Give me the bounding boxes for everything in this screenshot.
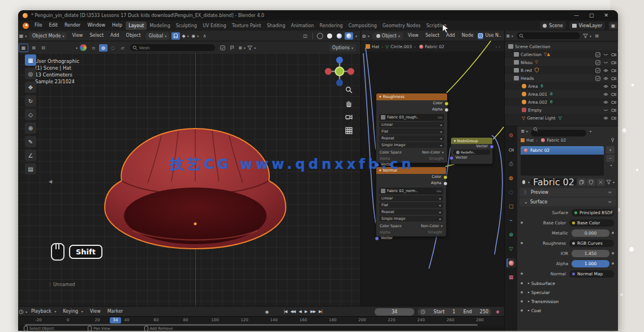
timeline-type-icon[interactable]: ▾ xyxy=(19,308,27,316)
close-button[interactable]: ✕ xyxy=(599,12,613,18)
outliner-row-area-002[interactable]: Area.002 8 xyxy=(505,98,618,106)
copy-material-icon[interactable] xyxy=(577,178,586,186)
slot-flag-icon[interactable] xyxy=(228,44,237,52)
metallic-slider[interactable]: 0.000 xyxy=(572,229,609,237)
viewport-menu-select[interactable]: Select xyxy=(86,31,107,41)
timeline-menu-marker[interactable]: Marker xyxy=(104,307,127,317)
surface-panel-header[interactable]: ⌄Surface ≡ xyxy=(520,198,616,206)
render-camera-icon[interactable] xyxy=(611,68,616,73)
shading-rendered-icon[interactable] xyxy=(345,32,353,40)
timeline-menu-keying[interactable]: Keying ▾ xyxy=(59,307,86,317)
breadcrumb-material[interactable]: Fabric 02 xyxy=(547,138,566,143)
outliner-row-bred[interactable]: B.red xyxy=(505,66,618,74)
outliner-search[interactable] xyxy=(517,32,580,39)
keying-set-icon[interactable]: ◈ xyxy=(491,309,504,314)
tab-render[interactable] xyxy=(506,145,516,154)
workspace-tab-uv-editing[interactable]: UV Editing xyxy=(200,22,229,30)
menu-window[interactable]: Window xyxy=(84,20,109,31)
tool-tweak-select[interactable]: ▦ xyxy=(25,54,36,66)
workspace-tab-sculpting[interactable]: Sculpting xyxy=(173,22,200,30)
workspace-tab-geometry-nodes[interactable]: Geometry Nodes xyxy=(380,22,423,30)
workspace-tab-texture-paint[interactable]: Texture Paint xyxy=(229,22,264,30)
specular-section[interactable]: ‣ Specular xyxy=(517,288,618,297)
overlay-toggle-icon[interactable]: ⊟ xyxy=(39,44,48,52)
hide-eye-icon[interactable] xyxy=(603,100,608,105)
image-selector[interactable]: Fabric 03_rough.. ▫▫ xyxy=(379,114,444,121)
color-space-row[interactable]: Color Space Non-Color▾ xyxy=(376,149,447,155)
frame-range-widget[interactable]: Start 1 End 250 xyxy=(418,308,491,316)
gizmo-axis-z-pos[interactable] xyxy=(336,57,343,63)
pin-icon[interactable] xyxy=(610,138,615,143)
menu-edit[interactable]: Edit xyxy=(45,20,61,31)
outliner-row-heads[interactable]: Heads xyxy=(505,74,618,82)
hide-eye-icon[interactable] xyxy=(603,52,608,57)
lighting-dropdown-icon[interactable]: ▾ xyxy=(76,46,78,50)
shader-menu-node[interactable]: Node xyxy=(458,31,477,41)
workspace-tab-animation[interactable]: Animation xyxy=(288,22,317,30)
unlink-x-icon[interactable] xyxy=(596,178,605,186)
camera-view-icon[interactable] xyxy=(345,113,353,121)
hide-eye-icon[interactable] xyxy=(603,108,608,113)
scene-lights-icon[interactable]: ◍ xyxy=(99,44,108,52)
tab-object[interactable]: ▢ xyxy=(506,202,516,211)
extension-dropdown[interactable]: Repeat▾ xyxy=(379,135,444,141)
extension-dropdown[interactable]: Repeat▾ xyxy=(379,209,443,215)
blender-menu-icon[interactable] xyxy=(23,23,29,29)
tab-scene[interactable]: ◍ xyxy=(506,173,516,182)
prev-keyframe-button[interactable]: ◀◀ xyxy=(289,309,297,314)
node-header[interactable]: ▾ Roughness xyxy=(376,93,447,100)
viewport-menu-add[interactable]: Add xyxy=(107,31,123,41)
preview-panel-header[interactable]: 〉Preview ≡ xyxy=(520,188,616,197)
shading-dropdown-icon[interactable]: ▾ xyxy=(355,34,357,38)
socket-color-out[interactable] xyxy=(444,101,449,106)
surface-shader-selector[interactable]: Principled BSDF xyxy=(572,209,614,216)
workspace-tab-rendering[interactable]: Rendering xyxy=(317,22,346,30)
tool-annotate[interactable]: ✎ xyxy=(25,136,36,147)
workspace-tab-layout[interactable]: Layout xyxy=(126,22,147,30)
timeline-menu-view[interactable]: View xyxy=(87,307,104,317)
subsurface-section[interactable]: ‣ Subsurface xyxy=(517,279,618,288)
shading-solid-icon[interactable] xyxy=(325,32,334,40)
xray-toggle-icon[interactable]: ◫ xyxy=(301,32,310,40)
snap-magnet-icon[interactable] xyxy=(171,32,180,40)
exclude-checkbox[interactable] xyxy=(595,52,600,57)
slot-specials-icon[interactable]: ▾ xyxy=(607,163,615,167)
tool-cursor[interactable]: ◎ xyxy=(25,68,36,79)
tab-texture[interactable]: ▦ xyxy=(506,273,516,282)
scene-selector[interactable]: Scene xyxy=(540,22,565,29)
render-camera-icon[interactable] xyxy=(611,52,616,57)
viewport-search[interactable] xyxy=(130,44,215,51)
hide-eye-icon[interactable] xyxy=(603,68,608,73)
hdri-sphere-icon[interactable] xyxy=(80,44,87,51)
gizmo-axis-x-neg[interactable] xyxy=(325,68,332,75)
material-name-field[interactable]: Fabric 02 xyxy=(530,178,577,186)
breadcrumb-object[interactable]: Hat xyxy=(526,138,534,143)
hide-eye-icon[interactable] xyxy=(603,84,608,89)
hide-eye-icon[interactable] xyxy=(603,60,608,65)
group-field[interactable]: Redefin.. xyxy=(453,150,490,155)
tab-modifiers[interactable]: ⌁ xyxy=(506,216,516,225)
tab-world[interactable]: ◌ xyxy=(506,188,516,197)
workspace-tab-compositing[interactable]: Compositing xyxy=(346,22,380,30)
source-dropdown[interactable]: Single Image▾ xyxy=(379,142,444,148)
decorator-dot[interactable] xyxy=(612,232,614,234)
socket-vector-in[interactable] xyxy=(375,236,379,241)
gizmo-axis-z-neg[interactable] xyxy=(336,79,343,86)
properties-options-icon[interactable]: ▾ xyxy=(590,129,591,133)
zoom-icon[interactable] xyxy=(345,86,353,93)
material-slot-list[interactable]: Fabric 02 xyxy=(521,146,604,176)
hide-eye-icon[interactable] xyxy=(603,76,608,81)
shader-menu-select[interactable]: Select xyxy=(422,31,443,41)
image-selector[interactable]: Fabric 02_norm.. ▫▫ xyxy=(379,188,443,194)
new-view-layer-button[interactable]: ▣ xyxy=(609,22,617,29)
interpolation-dropdown[interactable]: Linear▾ xyxy=(379,195,443,201)
outliner-row-area[interactable]: Area 8 xyxy=(505,82,618,90)
scene-world-icon[interactable]: ◌ xyxy=(109,44,117,52)
maximize-button[interactable]: ▢ xyxy=(584,12,599,18)
outliner-search-input[interactable] xyxy=(517,32,580,39)
browse-material-icon[interactable]: ▾ xyxy=(521,178,530,186)
render-camera-icon[interactable] xyxy=(611,92,616,97)
fake-user-shield-icon[interactable] xyxy=(587,178,595,186)
viewport-menu-object[interactable]: Object xyxy=(123,31,144,41)
jump-to-start-button[interactable]: |◀ xyxy=(282,309,289,314)
